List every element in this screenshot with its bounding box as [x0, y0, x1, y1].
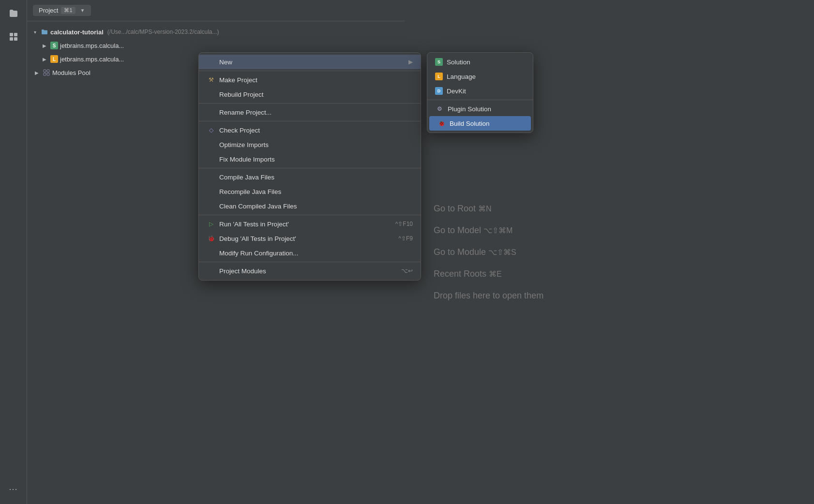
- modules-menu-icon: [207, 267, 215, 275]
- menu-item-compile-java[interactable]: Compile Java Files: [199, 170, 421, 184]
- recompile-icon: [207, 187, 215, 196]
- menu-debug-label: Debug 'All Tests in Project': [219, 235, 296, 242]
- goto-root-label: Go to Root: [434, 204, 478, 213]
- root-item-path: (/Use.../calc/MPS-version-2023.2/calcula…: [107, 29, 219, 35]
- left-sidebar: ···: [0, 0, 27, 504]
- menu-compile-label: Compile Java Files: [219, 174, 274, 181]
- project-tab[interactable]: Project ⌘1 ▼: [33, 5, 91, 16]
- menu-item-modify-run[interactable]: Modify Run Configuration...: [199, 246, 421, 260]
- project-dropdown-arrow[interactable]: ▼: [80, 8, 85, 13]
- separator-3: [199, 121, 421, 121]
- build-icon: 🐞: [437, 119, 446, 128]
- recent-roots-label: Recent Roots: [434, 269, 489, 279]
- menu-item-rebuild-project[interactable]: Rebuild Project: [199, 87, 421, 102]
- menu-devkit-label: DevKit: [447, 88, 466, 95]
- modules-icon: [43, 69, 50, 76]
- menu-item-project-modules[interactable]: Project Modules ⌥↩: [199, 264, 421, 278]
- separator-4: [199, 168, 421, 168]
- devkit-icon: D: [435, 87, 443, 95]
- sidebar-icon-grid[interactable]: [6, 29, 21, 44]
- menu-item-recompile-java[interactable]: Recompile Java Files: [199, 184, 421, 199]
- tree-item-1[interactable]: ▶ S jetbrains.mps.calcula...: [27, 39, 405, 52]
- separator-5: [199, 215, 421, 215]
- sidebar-icon-folder[interactable]: [6, 6, 21, 21]
- rename-icon: [207, 108, 215, 117]
- menu-item-debug-tests[interactable]: 🐞 Debug 'All Tests in Project' ^⇧F9: [199, 231, 421, 246]
- svg-rect-2: [10, 37, 13, 41]
- menu-modules-label: Project Modules: [219, 267, 266, 275]
- context-menu-new: S Solution L Language D DevKit ⚙ Plugin …: [427, 52, 533, 133]
- menu-item-check-project[interactable]: ◇ Check Project: [199, 123, 421, 137]
- goto-module-label: Go to Module: [434, 247, 488, 257]
- svg-rect-7: [47, 73, 49, 75]
- menu-language-label: Language: [447, 73, 476, 80]
- svg-rect-6: [44, 73, 46, 75]
- menu-item-fix-module-imports[interactable]: Fix Module Imports: [199, 152, 421, 166]
- svg-rect-5: [47, 70, 49, 72]
- fix-icon: [207, 155, 215, 163]
- solution-icon: S: [435, 58, 443, 66]
- tree-item-1-label: jetbrains.mps.calcula...: [60, 42, 124, 49]
- menu-optimize-label: Optimize Imports: [219, 141, 269, 148]
- tree-toggle-modules[interactable]: ▶: [33, 69, 41, 76]
- s-icon-1: S: [50, 42, 58, 49]
- menu-item-plugin-solution[interactable]: ⚙ Plugin Solution: [427, 102, 533, 116]
- project-tab-label: Project: [39, 7, 58, 14]
- menu-item-make-project[interactable]: ⚒ Make Project: [199, 73, 421, 87]
- separator-2: [199, 103, 421, 104]
- menu-make-project-label: Make Project: [219, 76, 257, 84]
- root-item-name: calculator-tutorial: [50, 29, 104, 36]
- drop-files-label: Drop files here to open them: [434, 291, 543, 300]
- menu-plugin-label: Plugin Solution: [448, 105, 491, 113]
- sidebar-more-icon[interactable]: ···: [9, 484, 17, 494]
- goto-model-label: Go to Model: [434, 225, 483, 235]
- tree-toggle-2[interactable]: ▶: [41, 55, 48, 63]
- menu-item-rename-project[interactable]: Rename Project...: [199, 105, 421, 119]
- info-recent-roots: Recent Roots ⌘E: [434, 269, 502, 279]
- folder-icon-root: [41, 28, 48, 36]
- svg-rect-3: [14, 37, 17, 41]
- info-drop-files: Drop files here to open them: [434, 291, 543, 301]
- optimize-icon: [207, 140, 215, 149]
- menu-solution-label: Solution: [447, 59, 470, 66]
- info-goto-model: Go to Model ⌥⇧⌘M: [434, 225, 513, 236]
- menu-item-run-tests[interactable]: ▷ Run 'All Tests in Project' ^⇧F10: [199, 217, 421, 231]
- menu-recompile-label: Recompile Java Files: [219, 188, 281, 195]
- menu-rename-label: Rename Project...: [219, 109, 271, 116]
- modify-icon: [207, 249, 215, 257]
- tree-root-item[interactable]: ▾ calculator-tutorial (/Use.../calc/MPS-…: [27, 25, 405, 39]
- info-goto-root: Go to Root ⌘N: [434, 204, 492, 214]
- run-shortcut: ^⇧F10: [395, 221, 413, 227]
- debug-shortcut: ^⇧F9: [398, 235, 413, 242]
- menu-clean-label: Clean Compiled Java Files: [219, 203, 297, 210]
- project-title-bar: Project ⌘1 ▼: [27, 0, 405, 21]
- svg-rect-4: [44, 70, 46, 72]
- make-project-icon: ⚒: [207, 75, 215, 84]
- menu-new-label: New: [219, 59, 232, 66]
- new-separator-1: [427, 100, 533, 100]
- menu-item-devkit[interactable]: D DevKit: [427, 84, 533, 98]
- tree-toggle-root[interactable]: ▾: [31, 28, 39, 36]
- menu-build-label: Build Solution: [450, 120, 490, 127]
- menu-item-optimize-imports[interactable]: Optimize Imports: [199, 137, 421, 152]
- tree-item-modules-label: Modules Pool: [52, 69, 90, 76]
- project-shortcut-badge: ⌘1: [61, 7, 75, 14]
- debug-icon: 🐞: [207, 234, 215, 243]
- run-icon: ▷: [207, 220, 215, 228]
- menu-item-solution[interactable]: S Solution: [427, 55, 533, 69]
- svg-rect-1: [14, 33, 17, 36]
- separator-1: [199, 71, 421, 71]
- menu-item-new[interactable]: New ▶: [199, 55, 421, 69]
- menu-item-clean-java[interactable]: Clean Compiled Java Files: [199, 199, 421, 213]
- info-goto-module: Go to Module ⌥⇧⌘S: [434, 247, 516, 257]
- menu-item-language[interactable]: L Language: [427, 69, 533, 84]
- menu-rebuild-label: Rebuild Project: [219, 91, 264, 98]
- tree-toggle-1[interactable]: ▶: [41, 42, 48, 49]
- separator-6: [199, 262, 421, 262]
- menu-item-build-solution[interactable]: 🐞 Build Solution: [429, 116, 531, 131]
- l-icon-2: L: [50, 55, 58, 63]
- context-menu-main: New ▶ ⚒ Make Project Rebuild Project Ren…: [198, 52, 421, 281]
- menu-check-label: Check Project: [219, 127, 260, 134]
- goto-root-shortcut: ⌘N: [478, 205, 492, 213]
- new-submenu-arrow: ▶: [408, 59, 413, 65]
